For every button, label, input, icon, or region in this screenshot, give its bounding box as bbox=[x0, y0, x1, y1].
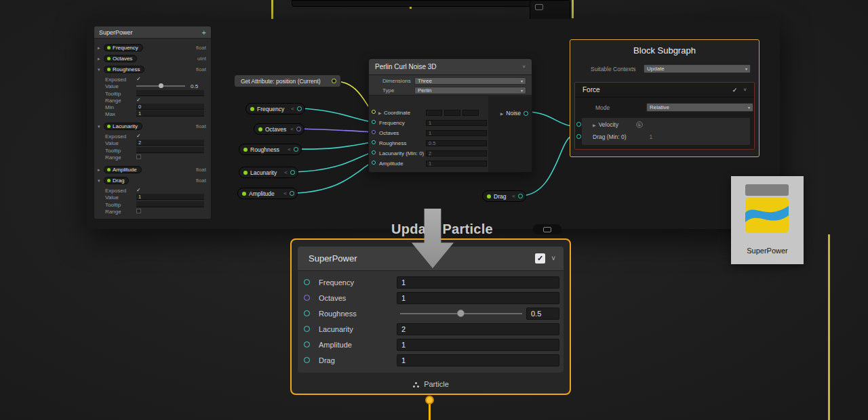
exposed-checkbox[interactable]: ✓ bbox=[136, 76, 141, 82]
tooltip-field[interactable] bbox=[136, 90, 204, 96]
octaves-field[interactable]: 1 bbox=[397, 292, 559, 304]
input-port[interactable] bbox=[372, 130, 376, 134]
foldout-icon[interactable]: ▸ bbox=[98, 45, 104, 51]
mode-dropdown[interactable]: Relative▾ bbox=[646, 103, 753, 112]
suitable-contexts-dropdown[interactable]: Update▾ bbox=[644, 64, 751, 73]
output-port[interactable] bbox=[290, 191, 294, 196]
slider-handle[interactable] bbox=[457, 310, 465, 317]
tooltip-field[interactable] bbox=[136, 201, 204, 207]
param-node-frequency[interactable]: Frequency< bbox=[245, 103, 305, 114]
value-field[interactable]: 1 bbox=[426, 161, 487, 167]
param-node-octaves[interactable]: Octaves< bbox=[254, 123, 304, 135]
collapse-icon[interactable]: < bbox=[288, 146, 291, 152]
output-port[interactable] bbox=[290, 170, 295, 175]
get-attribute-node[interactable]: Get Attribute: position (Current) bbox=[234, 75, 341, 87]
collapse-icon[interactable]: < bbox=[283, 190, 287, 196]
param-node-amplitude[interactable]: Amplitude< bbox=[237, 188, 298, 199]
drag-input-port[interactable] bbox=[576, 134, 581, 139]
roughness-input-port[interactable] bbox=[304, 310, 310, 316]
drag-field[interactable]: 1 bbox=[397, 354, 559, 366]
min-field[interactable]: 0 bbox=[136, 104, 204, 110]
input-port[interactable] bbox=[372, 140, 376, 144]
octaves-input-port[interactable] bbox=[304, 295, 310, 301]
input-port[interactable] bbox=[372, 120, 376, 124]
value-field[interactable]: 0.5 bbox=[426, 140, 487, 146]
frequency-input-port[interactable] bbox=[304, 279, 310, 285]
value-field[interactable]: 2 bbox=[136, 140, 204, 146]
range-checkbox[interactable] bbox=[136, 209, 141, 213]
foldout-icon[interactable]: ▾ bbox=[98, 178, 104, 184]
amplitude-field[interactable]: 1 bbox=[397, 339, 559, 351]
context-header-badge[interactable] bbox=[533, 224, 561, 234]
foldout-icon[interactable]: ▾ bbox=[98, 67, 104, 72]
foldout-icon[interactable]: ▾ bbox=[98, 124, 104, 129]
exposed-checkbox[interactable]: ✓ bbox=[136, 133, 141, 139]
property-label: Lacunarity bbox=[113, 123, 138, 129]
tooltip-field[interactable] bbox=[136, 147, 204, 153]
drag-input-port[interactable] bbox=[304, 357, 310, 363]
property-pill-roughness[interactable]: Roughness bbox=[104, 66, 144, 73]
roughness-slider[interactable] bbox=[400, 313, 522, 314]
position-output-port[interactable] bbox=[332, 79, 336, 83]
context-flow-port[interactable] bbox=[425, 396, 434, 404]
enabled-checkbox[interactable]: ✓ bbox=[732, 87, 738, 93]
range-checkbox[interactable] bbox=[136, 154, 141, 159]
property-pill-amplitude[interactable]: Amplitude bbox=[104, 166, 142, 173]
node-header[interactable]: Perlin Curl Noise 3D ˅ bbox=[369, 59, 532, 75]
property-pill-octaves[interactable]: Octaves bbox=[104, 55, 137, 62]
expand-arrow-icon[interactable]: ▶ bbox=[378, 110, 382, 115]
output-port[interactable] bbox=[518, 194, 523, 198]
max-field[interactable]: 1 bbox=[136, 110, 204, 117]
collapse-icon[interactable]: < bbox=[284, 169, 288, 175]
superpower-asset-tile[interactable]: SuperPower bbox=[731, 176, 804, 264]
param-node-drag[interactable]: Drag< bbox=[482, 190, 526, 202]
input-port[interactable] bbox=[372, 161, 376, 165]
type-dropdown[interactable]: Perlin▾ bbox=[414, 87, 526, 94]
value-slider[interactable] bbox=[136, 85, 185, 87]
expand-arrow-icon[interactable]: ▶ bbox=[500, 111, 504, 116]
foldout-icon[interactable]: ▸ bbox=[98, 167, 104, 173]
slider-handle[interactable] bbox=[159, 83, 163, 88]
output-port[interactable] bbox=[297, 106, 302, 111]
velocity-input-port[interactable] bbox=[576, 122, 581, 127]
value-field[interactable]: 1 bbox=[426, 120, 487, 126]
param-node-roughness[interactable]: Roughness< bbox=[239, 144, 302, 155]
property-pill-drag[interactable]: Drag bbox=[104, 177, 129, 184]
block-header[interactable]: Force ✓ ˅ bbox=[575, 83, 754, 98]
amplitude-input-port[interactable] bbox=[304, 341, 310, 348]
output-port[interactable] bbox=[296, 127, 301, 131]
coordinate-x-field[interactable] bbox=[426, 110, 442, 116]
input-port[interactable] bbox=[372, 150, 376, 154]
collapse-icon[interactable]: < bbox=[290, 126, 294, 132]
coordinate-y-field[interactable] bbox=[444, 110, 460, 116]
perlin-curl-noise-node[interactable]: Perlin Curl Noise 3D ˅ Dimensions Three▾… bbox=[368, 58, 532, 173]
frequency-field[interactable]: 1 bbox=[397, 276, 559, 289]
local-space-badge[interactable]: L bbox=[636, 121, 643, 128]
roughness-field[interactable]: 0.5 bbox=[526, 308, 559, 320]
lacunarity-input-port[interactable] bbox=[304, 326, 310, 332]
chevron-down-icon[interactable]: ˅ bbox=[551, 255, 555, 262]
lacunarity-field[interactable]: 2 bbox=[397, 323, 559, 335]
exposed-checkbox[interactable]: ✓ bbox=[136, 187, 141, 193]
foldout-icon[interactable]: ▸ bbox=[98, 56, 104, 62]
value-field[interactable]: 1 bbox=[136, 194, 204, 200]
param-node-lacunarity[interactable]: Lacunarity< bbox=[239, 167, 298, 178]
value-field[interactable]: 2 bbox=[426, 150, 487, 156]
chevron-down-icon[interactable]: ˅ bbox=[522, 64, 526, 70]
property-pill-frequency[interactable]: Frequency bbox=[104, 44, 143, 51]
range-checkbox[interactable]: ✓ bbox=[136, 97, 141, 103]
enabled-checkbox[interactable]: ✓ bbox=[535, 253, 545, 264]
noise-output-port[interactable] bbox=[524, 111, 528, 116]
collapse-icon[interactable]: < bbox=[291, 106, 294, 112]
add-property-button[interactable]: + bbox=[202, 28, 206, 37]
input-port[interactable] bbox=[372, 110, 376, 114]
force-block[interactable]: Force ✓ ˅ Mode Relative▾ ▶ Velocity L Dr… bbox=[574, 82, 755, 150]
dimensions-dropdown[interactable]: Three▾ bbox=[414, 77, 526, 85]
value-field[interactable]: 1 bbox=[426, 130, 487, 136]
output-port[interactable] bbox=[294, 147, 298, 152]
coordinate-z-field[interactable] bbox=[462, 110, 479, 116]
expand-arrow-icon[interactable]: ▶ bbox=[593, 123, 596, 127]
collapse-icon[interactable]: < bbox=[512, 193, 515, 199]
chevron-down-icon[interactable]: ˅ bbox=[743, 87, 747, 93]
property-pill-lacunarity[interactable]: Lacunarity bbox=[104, 123, 142, 130]
